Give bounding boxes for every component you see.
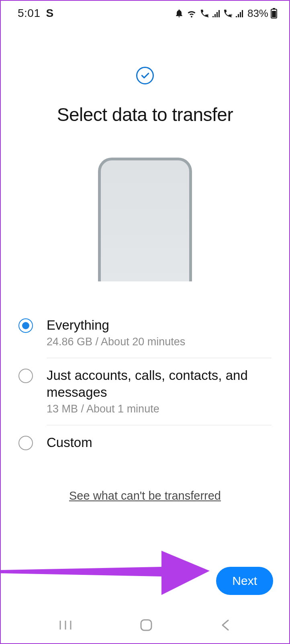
phone-illustration [98,158,192,281]
signal2-icon [235,9,243,18]
header-check [1,67,289,84]
radio-selected-icon[interactable] [18,318,33,333]
nav-recents-icon[interactable] [59,619,72,631]
option-sub: 13 MB / About 1 minute [47,403,272,415]
system-nav-bar [1,611,289,643]
option-text: Just accounts, calls, contacts, and mess… [47,367,272,415]
see-what-cant-link[interactable]: See what can't be transferred [1,489,289,502]
page-title: Select data to transfer [1,104,289,125]
option-basics[interactable]: Just accounts, calls, contacts, and mess… [18,358,272,425]
svg-text:1: 1 [207,14,209,18]
option-text: Custom [47,434,272,451]
wifi-icon [186,8,197,18]
status-left: 5:01 S [18,7,53,20]
nav-back-icon[interactable] [220,619,231,632]
call-sim1-icon: 1 [199,8,210,18]
radio-unselected-icon[interactable] [18,436,33,450]
status-right: 1 2 83% [174,7,277,20]
option-custom[interactable]: Custom [18,425,272,460]
svg-rect-9 [141,620,151,630]
option-text: Everything 24.86 GB / About 20 minutes [47,317,272,348]
option-label: Custom [47,434,272,451]
status-app-icon: S [46,7,54,20]
call-sim2-icon: 2 [223,8,233,18]
option-everything[interactable]: Everything 24.86 GB / About 20 minutes [18,308,272,358]
alarm-icon [174,8,184,18]
status-time: 5:01 [18,7,41,20]
next-button[interactable]: Next [216,567,273,595]
status-bar: 5:01 S 1 2 83% [1,1,289,23]
check-circle-icon [136,67,154,84]
nav-home-icon[interactable] [139,618,153,632]
battery-icon [271,8,277,18]
option-sub: 24.86 GB / About 20 minutes [47,336,272,348]
options-list: Everything 24.86 GB / About 20 minutes J… [1,308,289,460]
battery-percent: 83% [247,7,268,20]
svg-text:2: 2 [230,14,233,18]
option-label: Everything [47,317,272,333]
radio-unselected-icon[interactable] [18,369,33,383]
svg-rect-4 [272,11,276,17]
svg-marker-5 [1,551,210,595]
option-label: Just accounts, calls, contacts, and mess… [47,367,272,400]
signal1-icon [212,9,220,18]
annotation-arrow-icon [1,539,226,603]
